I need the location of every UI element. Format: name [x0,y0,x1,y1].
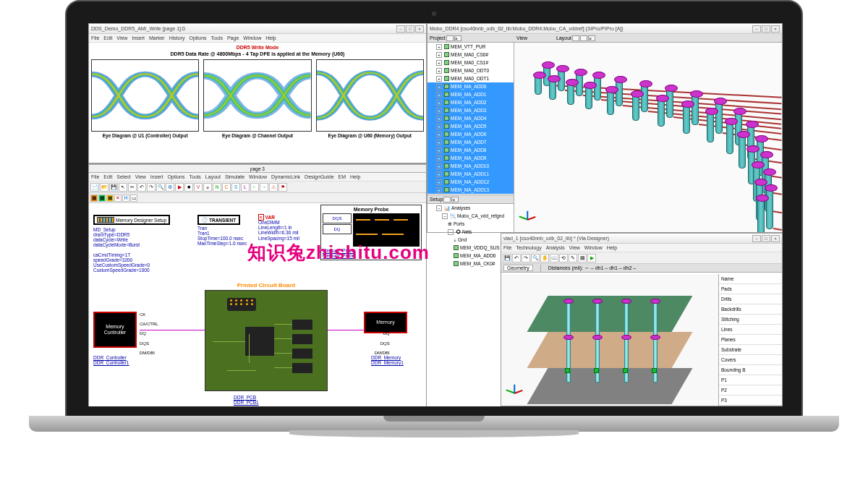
maximize-button[interactable]: □ [762,235,770,242]
run-icon[interactable]: ▶ [587,254,596,262]
undo-icon[interactable]: ↶ [137,183,146,192]
arrow-left-icon[interactable]: ← [250,183,259,192]
net-tree-item[interactable]: +MEM_MA0_ODT1 [427,74,514,82]
menu-item[interactable]: EM [339,174,346,179]
expand-icon[interactable]: + [436,116,442,121]
dds-titlebar[interactable]: DDS_Demo_DDR5_AMI_Write [page 1]:0 – □ × [89,24,426,34]
menu-item[interactable]: DesignGuide [305,174,333,179]
menu-item[interactable]: Technology [516,245,541,250]
stop-icon[interactable]: ■ [184,183,193,192]
pan-icon[interactable]: ✋ [540,254,549,262]
expand-icon[interactable]: + [436,68,442,74]
rect-icon[interactable]: ▭ [130,195,137,202]
menu-item[interactable]: Insert [150,174,163,179]
menu-item[interactable]: File [91,174,99,179]
ground-icon[interactable]: ⏚ [203,183,212,192]
menu-item[interactable]: Edit [103,174,112,179]
menu-item[interactable]: History [169,35,185,40]
expand-icon[interactable]: + [436,124,442,129]
ctrl-link[interactable]: DDR_Controller [93,355,129,360]
menu-item[interactable]: Window [243,35,261,40]
property-row[interactable]: Covers [719,355,782,365]
expand-icon[interactable]: + [436,155,442,161]
property-row[interactable]: Substrate [719,345,782,355]
net-tree-item[interactable]: +MEM_MA_ADD8 [427,146,514,154]
property-row[interactable]: P3 [719,396,782,406]
property-row[interactable]: Stitching [719,315,782,325]
expand-icon[interactable]: + [436,76,442,82]
transient-block[interactable]: 🕐TRANSIENT Tran Tran1 StopTime=100.0 nse… [197,215,248,247]
expand-icon[interactable]: + [436,140,442,145]
run-icon[interactable]: ▶ [175,183,184,192]
minimize-button[interactable]: – [752,25,761,33]
h-icon[interactable]: H [122,195,129,202]
property-row[interactable]: Drills [719,294,782,304]
userguide-icon[interactable]: 📖 [550,254,558,262]
net-tree-item[interactable]: +MEM_MA_ADD3 [427,106,514,114]
net-tree-item[interactable]: +MEM_MA_ADD12 [427,178,514,186]
ctrl-link[interactable]: DDR_Controller1 [93,360,129,365]
grid-icon[interactable]: ▦ [90,195,98,202]
expand-icon[interactable]: + [436,171,442,177]
net-tree-item[interactable]: +MEM_MA0_CS0# [427,51,514,59]
menu-item[interactable]: DynamicLink [271,174,300,179]
mem-link[interactable]: DDR_Memory [371,355,404,360]
minimize-button[interactable]: – [752,235,761,242]
close-icon[interactable]: × [454,35,461,41]
open-icon[interactable]: 📂 [100,183,109,192]
expand-icon[interactable]: + [436,179,442,185]
redo-icon[interactable]: ↷ [522,254,530,262]
minimize-button[interactable]: – [396,25,405,33]
schem-canvas[interactable]: Memory Designer Setup MD_Setup dramType=… [89,203,426,406]
net-tree-item[interactable]: +MEM_MA_ADD11 [427,170,514,178]
menu-item[interactable]: Marker [149,35,165,40]
undo-icon[interactable]: ↶ [512,254,521,262]
expand-icon[interactable]: + [436,163,442,169]
menu-item[interactable]: Help [350,174,360,179]
net-tree-item[interactable]: +MEM_VTT_PUR [427,43,514,51]
grid2-icon[interactable]: ▦ [98,195,106,202]
net-tree-item[interactable]: +MEM_MA0_CS1# [427,59,514,67]
component-icon[interactable]: C [222,183,231,192]
panel-btn[interactable] [572,35,579,41]
x-icon[interactable]: ✕ [114,195,122,202]
layout-tab[interactable]: Layout [556,35,571,40]
menu-item[interactable]: Tools [190,174,201,179]
expand-icon[interactable]: + [436,84,442,90]
cursor-icon[interactable]: ↖ [119,183,127,192]
save-icon[interactable]: 💾 [503,254,511,262]
zoom-icon[interactable]: 🔍 [531,254,540,262]
property-row[interactable]: Planes [719,335,782,345]
expand-icon[interactable]: + [436,108,442,114]
menu-item[interactable]: Select [116,174,130,179]
panel-btn[interactable] [443,197,451,202]
layout-icon[interactable]: L [241,183,250,192]
net-tree-item[interactable]: +MEM_MA_ADD13 [427,186,514,194]
via-properties[interactable]: NamePadsDrillsBackdrillsStitchingLinesPl… [718,274,782,406]
maximize-button[interactable]: □ [762,25,770,33]
mobo-titlebar[interactable]: Mobo_DDR4 [cso40nnb_odb_02_lib:Mobo_DDR4… [427,24,782,34]
setup-panel[interactable]: Setup× –📊 Analyses –📉 Mobo_CA_vdd_refgnd… [427,195,514,232]
property-row[interactable]: P4 [719,406,782,406]
net-tree-item[interactable]: +MEM_MA_ADD10 [427,162,514,170]
cut-icon[interactable]: ✂ [128,183,137,192]
mem-link[interactable]: DDR_Memory1 [371,360,404,365]
expand-icon[interactable]: + [436,60,442,66]
property-row[interactable]: Pads [719,284,782,294]
via-3d-viewport[interactable] [501,274,718,406]
net-tree-item[interactable]: +MEM_MA_ADD1 [427,90,514,98]
menu-item[interactable]: Options [189,35,206,40]
project-tree[interactable]: +MEM_VTT_PUR+MEM_MA0_CS0#+MEM_MA0_CS1#+M… [427,43,514,195]
menu-item[interactable]: Page [227,35,239,40]
net-icon[interactable]: N [213,183,221,192]
var-icon[interactable]: V [194,183,203,192]
menu-item[interactable]: Options [167,174,184,179]
pcb-block[interactable]: Printed Circuit Board [205,290,328,391]
expand-icon[interactable]: + [436,44,442,50]
maximize-button[interactable]: □ [406,25,414,33]
geometry-tab[interactable]: Geometry [503,265,533,271]
close-button[interactable]: × [771,235,780,242]
redo-icon[interactable]: ↷ [147,183,156,192]
layer-icon[interactable]: ▤ [578,254,587,262]
menu-item[interactable]: Tools [211,35,223,40]
